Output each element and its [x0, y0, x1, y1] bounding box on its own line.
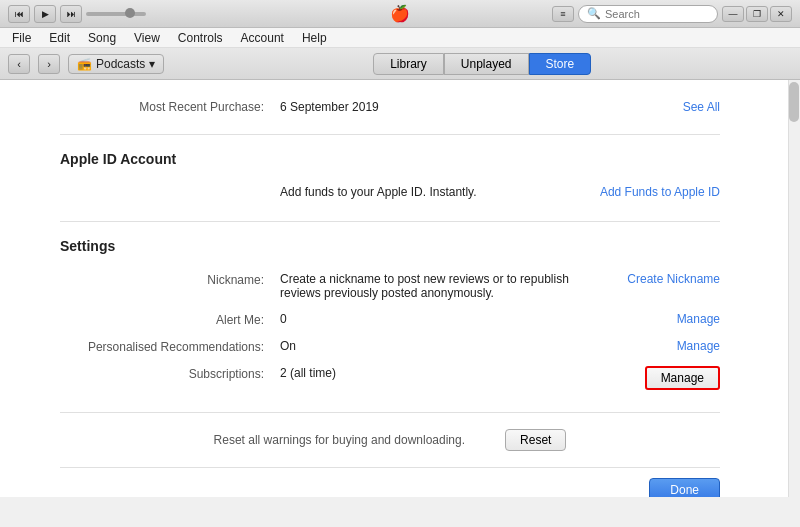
personalised-rec-row: Personalised Recommendations: On Manage: [60, 333, 720, 360]
alert-me-manage-link[interactable]: Manage: [677, 312, 720, 326]
close-button[interactable]: ✕: [770, 6, 792, 22]
purchase-value: 6 September 2019: [280, 100, 643, 114]
play-button[interactable]: ▶: [34, 5, 56, 23]
subscriptions-label: Subscriptions:: [60, 366, 280, 381]
nickname-value: Create a nickname to post new reviews or…: [280, 272, 587, 300]
apple-id-section: Apple ID Account Add funds to your Apple…: [60, 135, 720, 222]
alert-me-label: Alert Me:: [60, 312, 280, 327]
volume-thumb[interactable]: [125, 8, 135, 18]
menu-file[interactable]: File: [4, 30, 39, 46]
tab-group: Library Unplayed Store: [172, 53, 792, 75]
add-funds-link[interactable]: Add Funds to Apple ID: [600, 185, 720, 199]
nickname-label: Nickname:: [60, 272, 280, 287]
most-recent-purchase-row: Most Recent Purchase: 6 September 2019 S…: [60, 92, 720, 122]
toolbar: ‹ › 📻 Podcasts ▾ Library Unplayed Store: [0, 48, 800, 80]
list-view-button[interactable]: ≡: [552, 6, 574, 22]
next-button[interactable]: ⏭: [60, 5, 82, 23]
prev-button[interactable]: ⏮: [8, 5, 30, 23]
main-content: Most Recent Purchase: 6 September 2019 S…: [0, 80, 800, 497]
see-all-link[interactable]: See All: [643, 100, 720, 114]
back-button[interactable]: ‹: [8, 54, 30, 74]
restore-button[interactable]: ❐: [746, 6, 768, 22]
menu-controls[interactable]: Controls: [170, 30, 231, 46]
reset-section: Reset all warnings for buying and downlo…: [60, 413, 720, 468]
podcast-icon: 📻: [77, 57, 92, 71]
subscriptions-row: Subscriptions: 2 (all time) Manage: [60, 360, 720, 396]
title-bar-right: ≡ 🔍 — ❐ ✕: [552, 5, 792, 23]
reset-text: Reset all warnings for buying and downlo…: [214, 433, 466, 447]
subscriptions-manage-button[interactable]: Manage: [645, 366, 720, 390]
settings-title: Settings: [60, 238, 720, 254]
menu-song[interactable]: Song: [80, 30, 124, 46]
menu-view[interactable]: View: [126, 30, 168, 46]
reset-button[interactable]: Reset: [505, 429, 566, 451]
apple-logo-icon: 🍎: [390, 4, 410, 23]
apple-id-funds-row: Add funds to your Apple ID. Instantly. A…: [60, 179, 720, 205]
alert-me-value: 0: [280, 312, 637, 326]
tab-library[interactable]: Library: [373, 53, 444, 75]
done-row: Done: [60, 468, 720, 497]
nickname-row: Nickname: Create a nickname to post new …: [60, 266, 720, 306]
personalised-rec-manage-link[interactable]: Manage: [677, 339, 720, 353]
alert-me-row: Alert Me: 0 Manage: [60, 306, 720, 333]
apple-id-funds-label: [60, 185, 280, 186]
volume-slider[interactable]: [86, 12, 146, 16]
minimize-button[interactable]: —: [722, 6, 744, 22]
settings-section: Settings Nickname: Create a nickname to …: [60, 222, 720, 413]
transport-controls: ⏮ ▶ ⏭: [8, 5, 146, 23]
tab-store[interactable]: Store: [529, 53, 592, 75]
search-icon: 🔍: [587, 7, 601, 20]
personalised-rec-label: Personalised Recommendations:: [60, 339, 280, 354]
create-nickname-link[interactable]: Create Nickname: [627, 272, 720, 286]
personalised-rec-value: On: [280, 339, 637, 353]
subscriptions-value: 2 (all time): [280, 366, 605, 380]
forward-button[interactable]: ›: [38, 54, 60, 74]
search-input[interactable]: [605, 8, 709, 20]
menu-bar: File Edit Song View Controls Account Hel…: [0, 28, 800, 48]
podcast-label: Podcasts: [96, 57, 145, 71]
dropdown-icon: ▾: [149, 57, 155, 71]
purchase-section: Most Recent Purchase: 6 September 2019 S…: [60, 80, 720, 135]
window-controls: — ❐ ✕: [722, 6, 792, 22]
title-bar-center: 🍎: [390, 4, 410, 23]
scrollbar-thumb[interactable]: [789, 82, 799, 122]
menu-account[interactable]: Account: [233, 30, 292, 46]
tab-unplayed[interactable]: Unplayed: [444, 53, 529, 75]
purchase-label: Most Recent Purchase:: [60, 100, 280, 114]
search-box[interactable]: 🔍: [578, 5, 718, 23]
apple-id-funds-text: Add funds to your Apple ID. Instantly.: [280, 185, 560, 199]
menu-help[interactable]: Help: [294, 30, 335, 46]
apple-id-title: Apple ID Account: [60, 151, 720, 167]
title-bar: ⏮ ▶ ⏭ 🍎 ≡ 🔍 — ❐ ✕: [0, 0, 800, 28]
menu-edit[interactable]: Edit: [41, 30, 78, 46]
done-button[interactable]: Done: [649, 478, 720, 497]
podcast-selector[interactable]: 📻 Podcasts ▾: [68, 54, 164, 74]
content-area: Most Recent Purchase: 6 September 2019 S…: [0, 80, 780, 497]
scrollbar-track[interactable]: [788, 80, 800, 497]
